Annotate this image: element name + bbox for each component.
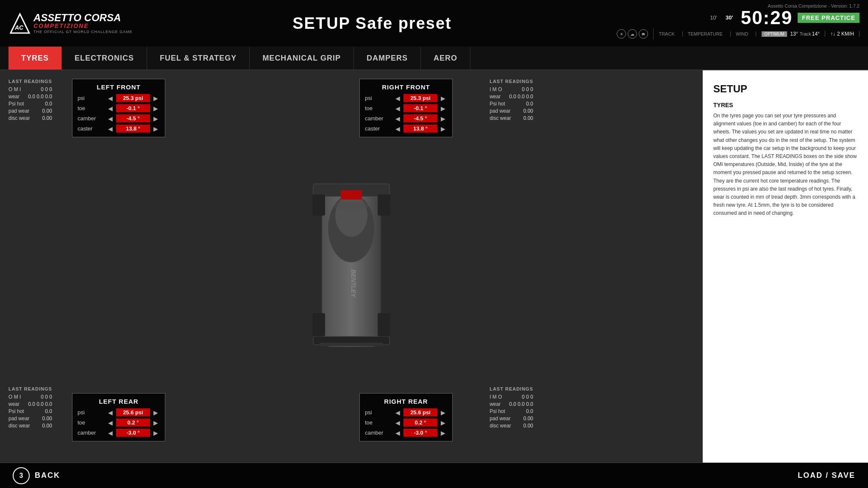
wind-value: ↑↓ 2 KM/H xyxy=(825,31,860,37)
logo-competizione: COMPETIZIONE xyxy=(33,23,133,29)
logo-area: AC ASSETTO CORSA COMPETIZIONE THE OFFICI… xyxy=(8,12,133,35)
rr-toe-inc[interactable]: ▶ xyxy=(439,419,447,426)
tab-tyres[interactable]: TYRES xyxy=(8,47,62,69)
rr-toe-dec[interactable]: ◀ xyxy=(394,419,402,426)
svg-text:BENTLEY: BENTLEY xyxy=(350,269,357,298)
lr-camber-inc[interactable]: ▶ xyxy=(152,430,160,436)
svg-rect-10 xyxy=(312,313,325,336)
time-intervals: 10' 30' xyxy=(707,14,736,22)
right-rear-panel: RIGHT REAR psi ◀ 25.6 psi ▶ toe ◀ 0.2 ° … xyxy=(359,393,453,441)
logo-tagline: THE OFFICIAL GT WORLD CHALLENGE GAME xyxy=(33,30,133,34)
lr-camber-value: -3.0 ° xyxy=(116,429,150,437)
left-rear-readings: LAST READINGS O M I 0 0 0 wear 0.0 0.0 0… xyxy=(8,386,52,429)
setup-panel-subheading: TYRES xyxy=(713,102,857,108)
back-label: BACK xyxy=(35,471,60,480)
tab-aero[interactable]: AERO xyxy=(421,47,470,69)
rr-camber-value: -3.0 ° xyxy=(403,429,437,437)
svg-rect-7 xyxy=(320,343,383,346)
rain-icon: 🌧 xyxy=(639,29,648,39)
wind-info: WIND xyxy=(731,31,756,36)
tab-dampers[interactable]: DAMPERS xyxy=(354,47,421,69)
lr-psi-dec[interactable]: ◀ xyxy=(106,409,114,416)
logo-assetto: ASSETTO CORSA xyxy=(33,13,133,23)
nav-tabs: TYRES ELECTRONICS FUEL & STRATEGY MECHAN… xyxy=(0,47,868,70)
lr-camber-dec[interactable]: ◀ xyxy=(106,430,114,436)
main-content: LAST READINGS O M I 0 0 0 wear 0.0 0.0 0… xyxy=(0,70,868,463)
cloud-icon: ☁ xyxy=(628,29,637,39)
right-rear-readings: LAST READINGS I M O 0 0 0 wear 0.0 0.0 0… xyxy=(490,386,533,429)
interval-30[interactable]: 30' xyxy=(723,14,736,22)
session-timer: 50:29 xyxy=(741,7,793,28)
svg-text:AC: AC xyxy=(14,24,24,31)
rr-psi-value: 25.6 psi xyxy=(403,408,437,416)
setup-info-panel: SETUP TYRES On the tyres page you can se… xyxy=(703,70,868,463)
svg-rect-8 xyxy=(312,194,325,216)
lr-toe-inc[interactable]: ▶ xyxy=(152,419,160,426)
svg-rect-9 xyxy=(378,194,390,216)
lr-toe-value: 0.2 ° xyxy=(116,419,150,427)
version-text: Assetto Corsa Competizione - Version: 1.… xyxy=(768,3,860,8)
logo-icon: AC xyxy=(8,12,32,35)
setup-title: SETUP Safe preset xyxy=(133,14,612,33)
top-bar: Assetto Corsa Competizione - Version: 1.… xyxy=(0,0,868,47)
svg-point-4 xyxy=(335,194,367,237)
bottom-info-row: ☀ ☁ 🌧 TRACK TEMPERATURE WIND OPTIMUM 13°… xyxy=(612,28,860,39)
load-save-button[interactable]: LOAD / SAVE xyxy=(798,471,855,480)
lr-toe-dec[interactable]: ◀ xyxy=(106,419,114,426)
left-rear-panel: LEFT REAR psi ◀ 25.6 psi ▶ toe ◀ 0.2 ° ▶ xyxy=(72,393,165,441)
setup-panel-heading: SETUP xyxy=(713,83,857,95)
bottom-bar: 3 BACK LOAD / SAVE xyxy=(0,463,868,488)
optimum-info: OPTIMUM 13° Track 14° xyxy=(757,31,825,37)
car-svg: BENTLEY xyxy=(309,161,394,372)
session-type-badge: FREE PRACTICE xyxy=(798,13,860,23)
back-button[interactable]: 3 BACK xyxy=(13,467,60,484)
svg-rect-11 xyxy=(378,313,390,336)
rr-psi-dec[interactable]: ◀ xyxy=(394,409,402,416)
track-info: TRACK xyxy=(654,31,682,36)
interval-10[interactable]: 10' xyxy=(707,14,720,22)
car-area: LAST READINGS O M I 0 0 0 wear 0.0 0.0 0… xyxy=(0,70,703,463)
rr-toe-value: 0.2 ° xyxy=(403,419,437,427)
sun-icon: ☀ xyxy=(617,29,626,39)
lr-psi-inc[interactable]: ▶ xyxy=(152,409,160,416)
tab-mechanical[interactable]: MECHANICAL GRIP xyxy=(250,47,354,69)
rr-psi-inc[interactable]: ▶ xyxy=(439,409,447,416)
svg-rect-14 xyxy=(334,203,368,208)
rr-camber-dec[interactable]: ◀ xyxy=(394,430,402,436)
setup-panel-description: On the tyres page you can set your tyre … xyxy=(713,112,857,217)
tab-fuel[interactable]: FUEL & STRATEGY xyxy=(147,47,250,69)
timer-section: 10' 30' 50:29 FREE PRACTICE ☀ ☁ 🌧 TRACK … xyxy=(612,7,860,39)
svg-rect-13 xyxy=(341,190,362,200)
temperature-info: TEMPERATURE xyxy=(683,31,731,36)
rr-camber-inc[interactable]: ▶ xyxy=(439,430,447,436)
tab-electronics[interactable]: ELECTRONICS xyxy=(62,47,147,69)
lr-psi-value: 25.6 psi xyxy=(116,408,150,416)
back-number: 3 xyxy=(13,467,30,484)
